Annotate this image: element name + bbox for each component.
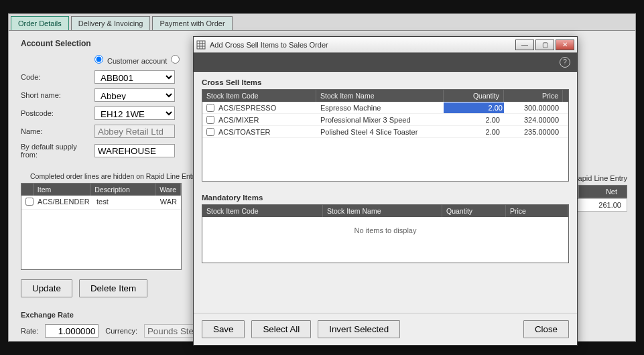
table-row[interactable]: ACS/BLENDER test WAR [21,196,181,210]
col-quantity[interactable]: Quantity [444,90,504,102]
col-price[interactable]: Price [504,90,563,102]
mandatory-title: Mandatory Items [202,194,569,202]
cell-warehouse: WAR [156,196,181,209]
minimize-button[interactable]: — [515,40,534,50]
update-button[interactable]: Update [21,279,72,297]
cell-quantity[interactable]: 2.00 [444,115,504,125]
col-price[interactable]: Price [506,205,568,217]
col-quantity[interactable]: Quantity [442,205,506,217]
label-currency: Currency: [105,327,137,335]
label-rate: Rate: [21,327,38,335]
label-short-name: Short name: [21,91,94,99]
col-item[interactable]: Item [34,184,90,196]
short-name-select[interactable]: Abbey [94,88,175,102]
cell-price: 235.00000 [504,127,563,137]
cell-code: ACS/TOASTER [218,128,270,136]
default-supply-field[interactable] [94,144,175,157]
cell-description: test [92,196,156,209]
main-window: Order Details Delivery & Invoicing Payme… [8,13,636,342]
radio-other-input[interactable] [171,55,180,64]
invert-selected-button[interactable]: Invert Selected [318,320,400,338]
label-name: Name: [21,127,94,135]
radio-customer-label: Customer account [107,57,167,65]
close-window-button[interactable]: ✕ [556,40,574,50]
row-check[interactable] [206,128,214,136]
dialog-body: Cross Sell Items Stock Item Code Stock I… [194,72,577,270]
mandatory-empty-text: No items to display [202,217,568,244]
name-field [94,125,175,138]
help-icon[interactable]: ? [560,57,570,68]
tab-order-details[interactable]: Order Details [11,16,69,30]
radio-customer-account[interactable]: Customer account [94,55,167,65]
col-stock-code[interactable]: Stock Item Code [202,90,316,102]
col-stock-name[interactable]: Stock Item Name [316,90,444,102]
rate-input[interactable] [45,324,99,338]
tabbar: Order Details Delivery & Invoicing Payme… [9,14,635,31]
mandatory-grid: Stock Item Code Stock Item Name Quantity… [202,204,569,263]
label-code: Code: [21,73,94,81]
cell-quantity[interactable]: 2.00 [444,127,504,137]
table-row[interactable]: ACS/MIXERProfessional Mixer 3 Speed2.003… [202,114,568,126]
tab-delivery-invoicing[interactable]: Delivery & Invoicing [71,16,151,30]
svg-rect-0 [197,41,205,49]
cell-price: 300.00000 [504,102,563,113]
maximize-button[interactable]: ▢ [535,40,554,50]
table-row[interactable]: ACS/TOASTERPolished Steel 4 Slice Toaste… [202,126,568,138]
dialog-titlebar[interactable]: Add Cross Sell Items to Sales Order — ▢ … [194,37,577,53]
col-stock-name[interactable]: Stock Item Name [323,205,442,217]
dialog-toolbar: ? [194,53,577,72]
col-warehouse[interactable]: Ware [155,184,181,196]
cell-name: Polished Steel 4 Slice Toaster [316,127,444,137]
col-check [21,184,34,196]
row-check[interactable] [206,116,214,124]
close-button[interactable]: Close [523,320,569,338]
rapid-label: Rapid Line Entry [573,174,627,182]
postcode-select[interactable]: EH12 1WE [94,106,175,120]
cross-sell-grid: Stock Item Code Stock Item Name Quantity… [202,89,569,182]
radio-other[interactable] [171,55,182,65]
radio-customer-account-input[interactable] [94,55,103,64]
dialog-footer: Save Select All Invert Selected Close [194,313,577,345]
row-check[interactable] [206,104,214,112]
col-net: Net [578,185,627,198]
save-button[interactable]: Save [202,320,245,338]
cell-code: ACS/ESPRESSO [218,104,276,112]
cell-code: ACS/MIXER [218,116,259,124]
select-all-button[interactable]: Select All [251,320,311,338]
col-stock-code[interactable]: Stock Item Code [202,205,323,217]
label-postcode: Postcode: [21,109,94,117]
cell-name: Espresso Machine [316,102,444,113]
dialog-grid-icon [196,40,206,50]
code-select[interactable]: ABB001 [94,70,175,84]
cross-sell-dialog: Add Cross Sell Items to Sales Order — ▢ … [193,36,578,346]
dialog-title: Add Cross Sell Items to Sales Order [210,41,328,49]
order-lines-grid: Item Description Ware ACS/BLENDER test W… [21,183,182,270]
table-row[interactable]: ACS/ESPRESSOEspresso Machine2.00300.0000… [202,102,568,114]
cell-name: Professional Mixer 3 Speed [316,115,444,125]
col-description[interactable]: Description [90,184,155,196]
row-check[interactable] [25,198,34,206]
tab-payment-with-order[interactable]: Payment with Order [152,16,232,30]
delete-item-button[interactable]: Delete Item [79,279,147,297]
cell-price: 324.00000 [504,115,563,125]
label-default-supply: By default supply from: [21,143,94,159]
cell-quantity[interactable]: 2.00 [444,102,504,113]
cross-sell-title: Cross Sell Items [202,78,569,86]
cell-item: ACS/BLENDER [34,196,92,209]
